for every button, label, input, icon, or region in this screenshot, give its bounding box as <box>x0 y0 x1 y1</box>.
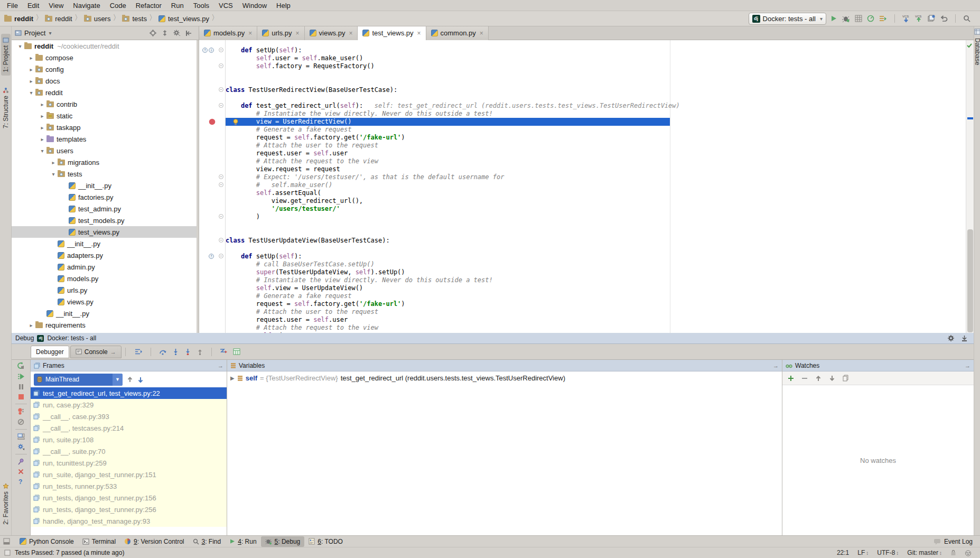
editor-tab-test_views-py[interactable]: test_views.py× <box>358 26 426 40</box>
menu-edit[interactable]: Edit <box>23 1 44 10</box>
code-line[interactable]: # Expect: '/users/testuser/', as that is… <box>226 173 966 181</box>
fold-marker-icon[interactable]: − <box>219 63 223 68</box>
fold-marker-icon[interactable]: − <box>219 174 223 179</box>
breadcrumb-item[interactable]: reddit <box>4 15 33 23</box>
pin-icon[interactable]: → <box>965 362 970 369</box>
menu-file[interactable]: File <box>2 1 23 10</box>
code-line[interactable]: request.user = self.user <box>226 316 966 324</box>
status-message[interactable]: Tests Passed: 7 passed (a minute ago) <box>15 549 124 556</box>
tree-item-requirements[interactable]: ▸requirements <box>12 319 197 331</box>
variable-row-self[interactable]: ▶ self = {TestUserRedirectView} test_get… <box>227 371 782 384</box>
code-line[interactable]: ) <box>226 213 966 221</box>
tree-item-docs[interactable]: ▸docs <box>12 75 197 87</box>
menu-navigate[interactable]: Navigate <box>68 1 105 10</box>
help-icon[interactable]: ? <box>18 478 24 485</box>
close-icon[interactable] <box>18 469 24 475</box>
debug-settings-icon[interactable] <box>17 443 25 450</box>
close-icon[interactable]: × <box>248 30 252 37</box>
expand-arrow-icon[interactable]: ▸ <box>27 322 35 328</box>
code-line[interactable]: class TestUserUpdateView(BaseUserTestCas… <box>226 237 966 245</box>
pin-icon[interactable]: → <box>773 362 779 369</box>
debug-tab-console[interactable]: Console→ <box>70 346 122 358</box>
encoding-indicator[interactable]: UTF-8 <box>877 549 895 556</box>
collapse-arrow-icon[interactable]: ▾ <box>16 43 24 49</box>
frame-row[interactable]: run_tests, django_test_runner.py:256 <box>31 504 227 515</box>
tree-item-contrib[interactable]: ▸contrib <box>12 98 197 110</box>
tree-item-compose[interactable]: ▸compose <box>12 52 197 63</box>
frame-row[interactable]: handle, django_test_manage.py:93 <box>31 515 227 527</box>
editor-code-area[interactable]: def setUp(self): self.user = self.make_u… <box>226 40 966 333</box>
code-line[interactable]: self.assertEqual( <box>226 189 966 197</box>
tree-item-taskapp[interactable]: ▸taskapp <box>12 122 197 133</box>
step-into-my-code-icon[interactable] <box>184 348 191 355</box>
breakpoint-icon[interactable] <box>209 118 216 125</box>
code-line[interactable]: def setUp(self): <box>226 253 966 261</box>
inspections-ok-icon[interactable] <box>966 42 973 49</box>
code-line[interactable]: # Generate a fake request <box>226 126 966 134</box>
collapse-all-icon[interactable] <box>162 30 168 36</box>
menu-help[interactable]: Help <box>272 1 295 10</box>
menu-run[interactable]: Run <box>166 1 189 10</box>
editor-tab-models-py[interactable]: models.py× <box>199 26 257 40</box>
code-line[interactable] <box>226 221 966 229</box>
code-line[interactable]: # call BaseUserTestCase.setUp() <box>226 261 966 268</box>
run-to-cursor-icon[interactable] <box>220 348 228 355</box>
breadcrumb-item[interactable]: reddit <box>45 15 72 23</box>
code-line[interactable]: request = self.factory.get('/fake-url') <box>226 300 966 308</box>
pin-icon[interactable]: → <box>218 362 223 369</box>
step-over-icon[interactable] <box>159 348 167 355</box>
line-ending-indicator[interactable]: LF <box>857 549 865 556</box>
code-line[interactable]: self.view = UserUpdateView() <box>226 284 966 292</box>
duplicate-watch-icon[interactable] <box>843 375 849 382</box>
code-line[interactable]: request.user = self.user <box>226 150 966 157</box>
fold-marker-icon[interactable]: − <box>219 182 223 187</box>
code-line[interactable]: request = self.factory.get('/fake-url') <box>226 134 966 142</box>
toolwindow-button-project[interactable]: 1: Project <box>1 34 11 76</box>
settings-gear-icon[interactable] <box>173 30 180 36</box>
menu-refactor[interactable]: Refactor <box>131 1 166 10</box>
close-icon[interactable]: × <box>296 30 300 37</box>
vcs-update-icon[interactable]: VCS <box>902 14 910 23</box>
menu-view[interactable]: View <box>44 1 68 10</box>
pause-program-icon[interactable] <box>18 384 24 390</box>
fold-marker-icon[interactable]: − <box>219 48 223 52</box>
toolwindow-button-todo[interactable]: 6: TODO <box>304 536 347 547</box>
rerun-failed-tests-icon[interactable] <box>879 15 887 22</box>
tree-item-admin-py[interactable]: admin.py <box>12 261 197 273</box>
locate-file-icon[interactable] <box>150 30 156 36</box>
code-line[interactable]: view.get_redirect_url(), <box>226 197 966 205</box>
toolwindow-button-structure[interactable]: 7: Structure <box>1 84 11 132</box>
caret-position[interactable]: 22:1 <box>837 549 849 556</box>
tree-item-__init__-py[interactable]: __init__.py <box>12 308 197 319</box>
expand-arrow-icon[interactable]: ▸ <box>27 55 35 61</box>
tree-item-adapters-py[interactable]: adapters.py <box>12 249 197 261</box>
stop-icon[interactable] <box>18 394 24 400</box>
hide-panel-icon[interactable] <box>185 30 192 36</box>
fold-marker-icon[interactable]: − <box>219 214 223 219</box>
tree-item-views-py[interactable]: views.py <box>12 296 197 308</box>
close-icon[interactable]: × <box>349 30 352 37</box>
toolwindow-button-python-console[interactable]: Python Console <box>15 536 78 547</box>
code-line[interactable]: super(TestUserUpdateView, self).setUp() <box>226 268 966 276</box>
expand-arrow-icon[interactable]: ▸ <box>38 136 46 142</box>
run-icon[interactable] <box>830 15 837 22</box>
fold-marker-icon[interactable]: − <box>219 87 223 92</box>
add-watch-icon[interactable] <box>788 375 794 382</box>
code-line[interactable]: # self.make_user() <box>226 181 966 189</box>
tree-item-models-py[interactable]: models.py <box>12 273 197 284</box>
close-icon[interactable]: × <box>417 30 421 37</box>
show-changes-icon[interactable] <box>928 15 936 22</box>
expand-arrow-icon[interactable]: ▸ <box>38 125 46 131</box>
editor-tab-urls-py[interactable]: urls.py× <box>257 26 304 40</box>
menu-code[interactable]: Code <box>105 1 131 10</box>
frame-down-icon[interactable] <box>137 376 144 383</box>
code-line[interactable]: def test_get_redirect_url(self): self: t… <box>226 102 966 110</box>
mute-breakpoints-icon[interactable] <box>17 418 24 425</box>
frames-list[interactable]: test_get_redirect_url, test_views.py:22r… <box>31 387 227 535</box>
move-down-icon[interactable] <box>829 375 835 382</box>
toolwindow-button-find[interactable]: 3: Find <box>189 536 226 547</box>
code-line[interactable] <box>226 229 966 237</box>
toolwindow-button-version-control[interactable]: 9: Version Control <box>120 536 188 547</box>
run-configuration-select[interactable]: dj Docker: tests - all ▾ <box>749 13 826 25</box>
chevron-down-icon[interactable]: ▾ <box>49 30 51 36</box>
